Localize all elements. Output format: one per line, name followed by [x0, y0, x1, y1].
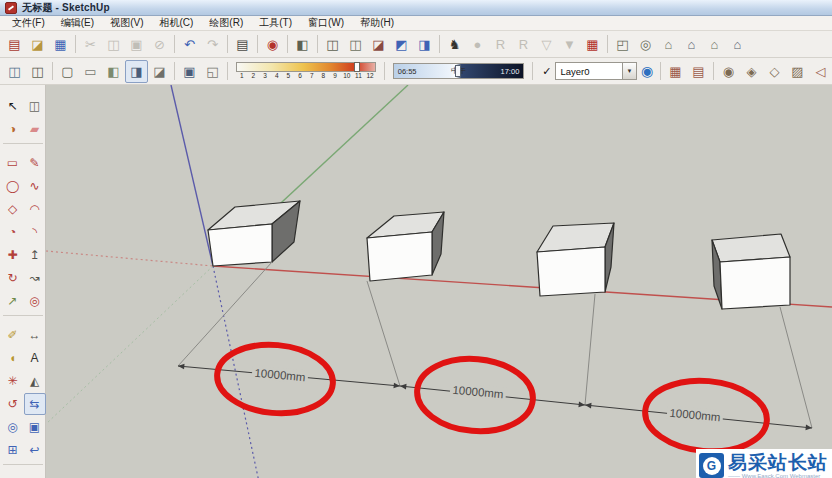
- add-detail-icon[interactable]: ▨: [786, 60, 809, 83]
- layer-manager-icon[interactable]: ◉: [641, 63, 653, 79]
- eraser-tool[interactable]: ▰: [24, 118, 46, 140]
- time-slider-handle[interactable]: [455, 65, 461, 77]
- model-info-icon[interactable]: ◉: [261, 33, 284, 56]
- rotate-tool[interactable]: ↻: [2, 267, 24, 289]
- shadows-toggle-icon[interactable]: ◱: [201, 60, 224, 83]
- move-tool[interactable]: ✚: [2, 244, 24, 266]
- undo-icon[interactable]: ↶: [178, 33, 201, 56]
- funnel-icon[interactable]: ▼: [558, 33, 581, 56]
- menu-draw[interactable]: 绘图(R): [201, 16, 251, 30]
- protractor-tool[interactable]: ◖: [2, 347, 24, 369]
- separator: [607, 35, 608, 53]
- menu-edit[interactable]: 编辑(E): [53, 16, 102, 30]
- shadow-month-slider[interactable]: 123456789101112: [236, 62, 376, 80]
- photo-grid-icon[interactable]: ▦: [581, 33, 604, 56]
- hidden-line-icon[interactable]: ▭: [79, 60, 102, 83]
- look-around-tool[interactable]: ◉: [24, 473, 46, 478]
- 3d-text-tool[interactable]: ◭: [24, 370, 46, 392]
- component-blue-icon[interactable]: ◩: [390, 33, 413, 56]
- print-icon[interactable]: ▤: [231, 33, 254, 56]
- left-view-icon[interactable]: ⌂: [703, 33, 726, 56]
- open-folder-icon[interactable]: ◪: [26, 33, 49, 56]
- components-icon[interactable]: ◧: [291, 33, 314, 56]
- layer-dropdown[interactable]: Layer0 ▼: [555, 62, 637, 80]
- pan-tool[interactable]: ⇆: [24, 393, 46, 415]
- zoom-window-tool[interactable]: ▣: [24, 416, 46, 438]
- top-view-icon[interactable]: ◎: [634, 33, 657, 56]
- new-file-icon[interactable]: ▤: [3, 33, 26, 56]
- menu-tools[interactable]: 工具(T): [251, 16, 300, 30]
- freehand-tool[interactable]: ∿: [24, 175, 46, 197]
- component-copy-icon[interactable]: ◫: [344, 33, 367, 56]
- menu-view[interactable]: 视图(V): [102, 16, 151, 30]
- zoom-extents-tool[interactable]: ⊞: [2, 439, 24, 461]
- line-tool[interactable]: ✎: [24, 152, 46, 174]
- pie-tool[interactable]: ◔: [2, 221, 24, 243]
- make-component-tool[interactable]: ◫: [24, 95, 46, 117]
- flip-edge-icon[interactable]: ◁: [809, 60, 832, 83]
- smoove-icon[interactable]: ◉: [717, 60, 740, 83]
- circle-tool[interactable]: ◯: [2, 175, 24, 197]
- offset-tool[interactable]: ◎: [24, 290, 46, 312]
- shadow-time-slider[interactable]: 06:55 中午 17:00: [393, 63, 525, 79]
- axes-tool[interactable]: ✳: [2, 370, 24, 392]
- box-3[interactable]: [537, 223, 614, 296]
- select-tool[interactable]: ↖: [2, 95, 24, 117]
- sphere-icon[interactable]: ●: [466, 33, 489, 56]
- box-4[interactable]: [712, 234, 790, 309]
- delete-icon[interactable]: ⊘: [148, 33, 171, 56]
- cone-icon[interactable]: ▽: [535, 33, 558, 56]
- tape-measure-tool[interactable]: ✐: [2, 324, 24, 346]
- right-view-icon[interactable]: ⌂: [726, 33, 749, 56]
- month-gradient-bar[interactable]: [236, 62, 376, 72]
- back-edges-icon[interactable]: ◫: [26, 60, 49, 83]
- menu-help[interactable]: 帮助(H): [352, 16, 402, 30]
- chevron-down-icon[interactable]: ▼: [622, 63, 636, 79]
- polygon-tool[interactable]: ◇: [2, 198, 24, 220]
- iso-view-icon[interactable]: ◰: [611, 33, 634, 56]
- make-component-icon[interactable]: ◫: [321, 33, 344, 56]
- front-view-icon[interactable]: ⌂: [657, 33, 680, 56]
- component-red-icon[interactable]: ◪: [367, 33, 390, 56]
- monochrome-icon[interactable]: ◪: [148, 60, 171, 83]
- dimension-tool[interactable]: ↔: [24, 324, 46, 346]
- stamp-icon[interactable]: ◈: [740, 60, 763, 83]
- month-slider-handle[interactable]: [354, 62, 360, 72]
- paste-icon[interactable]: ▣: [125, 33, 148, 56]
- push-pull-tool[interactable]: ↥: [24, 244, 46, 266]
- paint-bucket-tool[interactable]: ◑: [2, 118, 24, 140]
- rotate-r-icon[interactable]: R: [489, 33, 512, 56]
- rotate-r-2-icon[interactable]: R: [512, 33, 535, 56]
- redo-icon[interactable]: ↷: [201, 33, 224, 56]
- shadows-dialog-icon[interactable]: ▣: [178, 60, 201, 83]
- zoom-tool[interactable]: ◎: [2, 416, 24, 438]
- wireframe-icon[interactable]: ▢: [56, 60, 79, 83]
- orbit-tool[interactable]: ↺: [2, 393, 24, 415]
- shaded-textures-icon[interactable]: ◨: [125, 60, 148, 83]
- scale-tool[interactable]: ↗: [2, 290, 24, 312]
- from-contours-icon[interactable]: ▤: [687, 60, 710, 83]
- text-tool[interactable]: A: [24, 347, 46, 369]
- back-view-icon[interactable]: ⌂: [680, 33, 703, 56]
- arc-tool[interactable]: ◠: [24, 198, 46, 220]
- position-camera-tool[interactable]: ♙: [2, 473, 24, 478]
- drape-icon[interactable]: ◇: [763, 60, 786, 83]
- menu-window[interactable]: 窗口(W): [300, 16, 352, 30]
- arc-2-tool[interactable]: ◝: [24, 221, 46, 243]
- follow-me-tool[interactable]: ↝: [24, 267, 46, 289]
- from-scratch-icon[interactable]: ▦: [664, 60, 687, 83]
- save-icon[interactable]: ▦: [49, 33, 72, 56]
- copy-icon[interactable]: ◫: [102, 33, 125, 56]
- menu-camera[interactable]: 相机(C): [151, 16, 201, 30]
- shaded-icon[interactable]: ◧: [102, 60, 125, 83]
- easck-logo-icon: G: [699, 453, 724, 478]
- drawing-canvas[interactable]: 10000mm 10000mm 10000mm G: [46, 85, 832, 478]
- xray-icon[interactable]: ◫: [3, 60, 26, 83]
- menu-file[interactable]: 文件(F): [4, 16, 53, 30]
- model-viewport[interactable]: 10000mm 10000mm 10000mm: [46, 85, 832, 478]
- cut-icon[interactable]: ✂: [79, 33, 102, 56]
- previous-view-tool[interactable]: ↩: [24, 439, 46, 461]
- rectangle-tool[interactable]: ▭: [2, 152, 24, 174]
- walk-figure-icon[interactable]: ♞: [443, 33, 466, 56]
- component-blue-2-icon[interactable]: ◨: [413, 33, 436, 56]
